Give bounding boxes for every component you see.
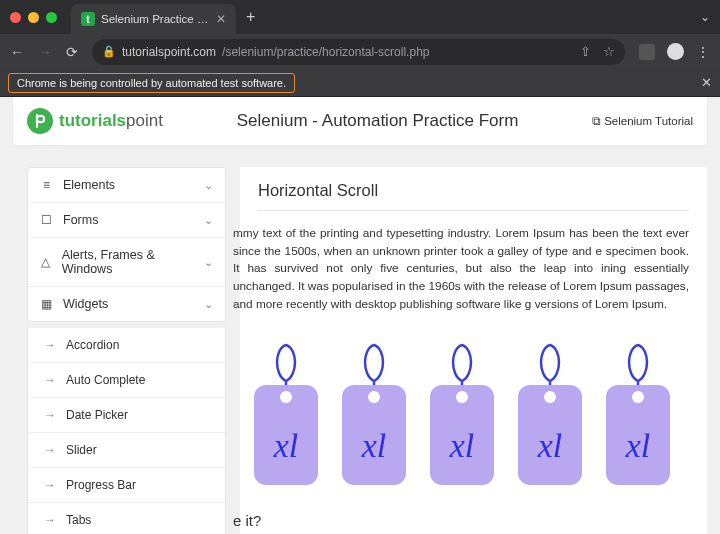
page-title: Selenium - Automation Practice Form	[163, 111, 592, 131]
price-tag-image: xl	[252, 335, 320, 487]
favicon: t	[81, 12, 95, 26]
extensions-icon[interactable]	[639, 44, 655, 60]
automation-infobar: Chrome is being controlled by automated …	[0, 69, 720, 97]
sidebar-item-elements[interactable]: ≡ Elements ⌄	[28, 168, 225, 203]
sidebar-item-label: Alerts, Frames & Windows	[62, 248, 194, 276]
url-host: tutorialspoint.com	[122, 45, 216, 59]
sidebar-item-widgets[interactable]: ▦ Widgets ⌄	[28, 287, 225, 321]
grid-icon: ▦	[40, 297, 53, 311]
submenu-accordion[interactable]: →Accordion	[28, 328, 225, 363]
external-link-icon: ⧉	[592, 115, 601, 128]
price-tag-image: xl	[340, 335, 408, 487]
bell-icon: △	[40, 255, 52, 269]
chevron-down-icon: ⌄	[204, 256, 213, 269]
logo-text: tutorialspoint	[59, 111, 163, 131]
svg-point-18	[632, 391, 644, 403]
browser-titlebar: t Selenium Practice - Horizonta ✕ + ⌄	[0, 0, 720, 34]
svg-text:xl: xl	[361, 427, 387, 464]
sidebar-categories: ≡ Elements ⌄ ☐ Forms ⌄ △ Alerts, Frames …	[27, 167, 226, 322]
minimize-window-button[interactable]	[28, 12, 39, 23]
price-tag-image: xl	[516, 335, 584, 487]
sidebar: ≡ Elements ⌄ ☐ Forms ⌄ △ Alerts, Frames …	[27, 167, 226, 534]
submenu-tabs[interactable]: →Tabs	[28, 503, 225, 534]
automation-message: Chrome is being controlled by automated …	[8, 73, 295, 93]
forward-button[interactable]: →	[38, 44, 52, 60]
profile-avatar[interactable]	[667, 43, 684, 60]
submenu-slider[interactable]: →Slider	[28, 433, 225, 468]
logo[interactable]: tutorialspoint	[27, 108, 163, 134]
lorem-paragraph: mmy text of the printing and typesetting…	[233, 225, 689, 313]
svg-text:xl: xl	[273, 427, 299, 464]
widgets-submenu: →Accordion →Auto Complete →Date Picker →…	[27, 328, 226, 534]
horizontal-scroll-row[interactable]: xl xl xl xl xl	[252, 335, 689, 487]
svg-point-6	[368, 391, 380, 403]
arrow-right-icon: →	[44, 408, 56, 422]
window-controls	[10, 12, 57, 23]
svg-text:xl: xl	[449, 427, 475, 464]
toolbar-right: ⋮	[639, 43, 710, 60]
arrow-right-icon: →	[44, 513, 56, 527]
address-bar: ← → ⟳ 🔒 tutorialspoint.com/selenium/prac…	[0, 34, 720, 69]
tab-title: Selenium Practice - Horizonta	[101, 13, 210, 25]
browser-tab[interactable]: t Selenium Practice - Horizonta ✕	[71, 4, 236, 34]
chevron-down-icon: ⌄	[204, 214, 213, 227]
arrow-right-icon: →	[44, 443, 56, 457]
price-tag-image: xl	[604, 335, 672, 487]
sidebar-item-alerts[interactable]: △ Alerts, Frames & Windows ⌄	[28, 238, 225, 287]
url-path: /selenium/practice/horizontal-scroll.php	[222, 45, 429, 59]
svg-point-14	[544, 391, 556, 403]
arrow-right-icon: →	[44, 338, 56, 352]
logo-icon	[27, 108, 53, 134]
page-header: tutorialspoint Selenium - Automation Pra…	[13, 97, 707, 145]
selenium-tutorial-link[interactable]: ⧉ Selenium Tutorial	[592, 115, 693, 128]
tabs-dropdown-icon[interactable]: ⌄	[700, 10, 710, 24]
submenu-date-picker[interactable]: →Date Picker	[28, 398, 225, 433]
maximize-window-button[interactable]	[46, 12, 57, 23]
infobar-close-icon[interactable]: ✕	[701, 75, 712, 90]
arrow-right-icon: →	[44, 478, 56, 492]
back-button[interactable]: ←	[10, 44, 24, 60]
share-icon[interactable]: ⇧	[580, 44, 591, 59]
form-icon: ☐	[40, 213, 53, 227]
sidebar-item-label: Widgets	[63, 297, 108, 311]
svg-text:xl: xl	[537, 427, 563, 464]
subsection-heading: e it?	[233, 512, 689, 529]
submenu-progress-bar[interactable]: →Progress Bar	[28, 468, 225, 503]
reload-button[interactable]: ⟳	[66, 44, 78, 60]
chevron-down-icon: ⌄	[204, 179, 213, 192]
lock-icon: 🔒	[102, 45, 116, 58]
price-tag-image: xl	[428, 335, 496, 487]
nav-buttons: ← → ⟳	[10, 44, 78, 60]
svg-text:xl: xl	[625, 427, 651, 464]
menu-icon: ≡	[40, 178, 53, 192]
svg-point-10	[456, 391, 468, 403]
content-row: ≡ Elements ⌄ ☐ Forms ⌄ △ Alerts, Frames …	[0, 145, 720, 534]
bookmark-icon[interactable]: ☆	[603, 44, 615, 59]
divider	[258, 210, 689, 211]
sidebar-item-forms[interactable]: ☐ Forms ⌄	[28, 203, 225, 238]
url-input[interactable]: 🔒 tutorialspoint.com/selenium/practice/h…	[92, 39, 625, 65]
sidebar-item-label: Elements	[63, 178, 115, 192]
kebab-menu-icon[interactable]: ⋮	[696, 44, 710, 60]
arrow-right-icon: →	[44, 373, 56, 387]
page-viewport: tutorialspoint Selenium - Automation Pra…	[0, 97, 720, 534]
sidebar-item-label: Forms	[63, 213, 98, 227]
close-tab-icon[interactable]: ✕	[216, 12, 226, 26]
section-heading: Horizontal Scroll	[258, 181, 689, 200]
chevron-down-icon: ⌄	[204, 298, 213, 311]
close-window-button[interactable]	[10, 12, 21, 23]
main-panel: Horizontal Scroll mmy text of the printi…	[240, 167, 707, 534]
svg-point-2	[280, 391, 292, 403]
new-tab-button[interactable]: +	[246, 8, 255, 26]
submenu-auto-complete[interactable]: →Auto Complete	[28, 363, 225, 398]
